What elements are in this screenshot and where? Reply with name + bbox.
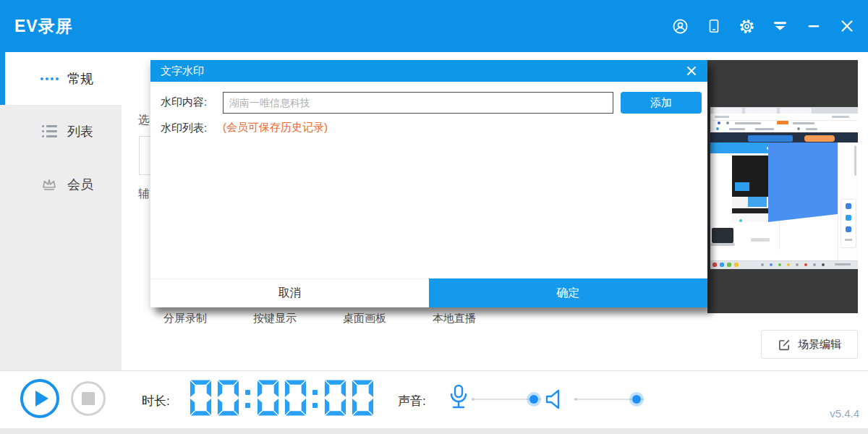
- scene-preview-screenshot: [710, 107, 858, 269]
- clipped-label-aux: 辅: [138, 187, 151, 202]
- ok-button[interactable]: 确定: [429, 278, 707, 307]
- minimize-icon[interactable]: [805, 18, 822, 35]
- mic-volume-slider[interactable]: [472, 394, 541, 404]
- stop-icon: [82, 392, 95, 405]
- timer-digit: [284, 379, 307, 417]
- dialog-header: 文字水印: [150, 60, 707, 82]
- scene-edit-button[interactable]: 场景编辑: [761, 330, 858, 359]
- crown-icon: [41, 176, 58, 193]
- sidebar-item-label: 常规: [67, 70, 93, 88]
- titlebar: EV录屏: [0, 0, 868, 52]
- duration-timer: [190, 379, 374, 417]
- preview-blue-region: [768, 142, 838, 222]
- add-button[interactable]: 添加: [621, 92, 702, 114]
- speaker-volume-thumb[interactable]: [632, 395, 641, 404]
- duration-label: 时长:: [142, 393, 170, 409]
- edit-icon: [778, 338, 791, 352]
- version-label: v5.4.4: [816, 407, 859, 420]
- dialog-title: 文字水印: [161, 64, 204, 78]
- cancel-button[interactable]: 取消: [150, 278, 429, 307]
- play-icon: [35, 391, 48, 407]
- device-icon[interactable]: [705, 18, 722, 35]
- speaker-icon[interactable]: [544, 388, 567, 410]
- stop-button[interactable]: [71, 381, 106, 416]
- app-title: EV录屏: [14, 15, 73, 38]
- feature-split-record[interactable]: 分屏录制: [163, 312, 207, 326]
- microphone-icon[interactable]: [448, 384, 469, 413]
- settings-icon[interactable]: [739, 18, 755, 35]
- watermark-content-row: 水印内容: 添加: [150, 92, 707, 114]
- timer-digit: [352, 379, 374, 417]
- clipped-label-select: 选: [138, 113, 151, 128]
- sidebar-item-list[interactable]: 列表: [0, 105, 122, 158]
- control-bar: [0, 370, 868, 428]
- grid-icon: [41, 70, 58, 88]
- sound-label: 声音:: [398, 393, 426, 409]
- mic-volume-thumb[interactable]: [529, 395, 538, 404]
- timer-digit: [217, 379, 239, 417]
- watermark-list-row: 水印列表: (会员可保存历史记录): [150, 118, 707, 134]
- timer-colon: [244, 379, 252, 417]
- speaker-volume-slider[interactable]: [574, 394, 644, 404]
- feature-key-display[interactable]: 按键显示: [253, 312, 297, 326]
- play-button[interactable]: [20, 379, 59, 418]
- scene-edit-label: 场景编辑: [798, 338, 841, 352]
- member-hint: (会员可保存历史记录): [223, 121, 328, 135]
- dialog-close-icon[interactable]: [686, 65, 697, 77]
- text-watermark-dialog: 文字水印 水印内容: 添加 水印列表: (会员可保存历史记录) 取消 确定: [150, 60, 707, 307]
- sidebar: 常规 列表 会员: [0, 52, 122, 370]
- watermark-content-label: 水印内容:: [161, 95, 207, 109]
- dialog-footer: 取消 确定: [150, 278, 707, 307]
- close-icon[interactable]: [838, 18, 855, 35]
- watermark-list-label: 水印列表:: [161, 122, 207, 135]
- account-icon[interactable]: [672, 18, 689, 35]
- feature-desktop-board[interactable]: 桌面画板: [343, 312, 386, 326]
- sidebar-item-general[interactable]: 常规: [0, 52, 122, 105]
- sidebar-item-member[interactable]: 会员: [0, 158, 122, 210]
- sidebar-item-label: 会员: [67, 176, 93, 193]
- feature-local-live[interactable]: 本地直播: [433, 312, 476, 326]
- skin-dropdown-icon[interactable]: [772, 18, 788, 35]
- timer-digit: [190, 379, 212, 417]
- timer-digit: [257, 379, 279, 417]
- window-bottom-edge: [0, 428, 868, 434]
- timer-colon: [312, 379, 319, 417]
- timer-digit: [324, 379, 346, 417]
- titlebar-actions: [672, 0, 855, 52]
- list-icon: [41, 123, 58, 140]
- sidebar-item-label: 列表: [67, 123, 93, 140]
- watermark-content-input[interactable]: [223, 92, 613, 114]
- scene-preview: [707, 60, 858, 313]
